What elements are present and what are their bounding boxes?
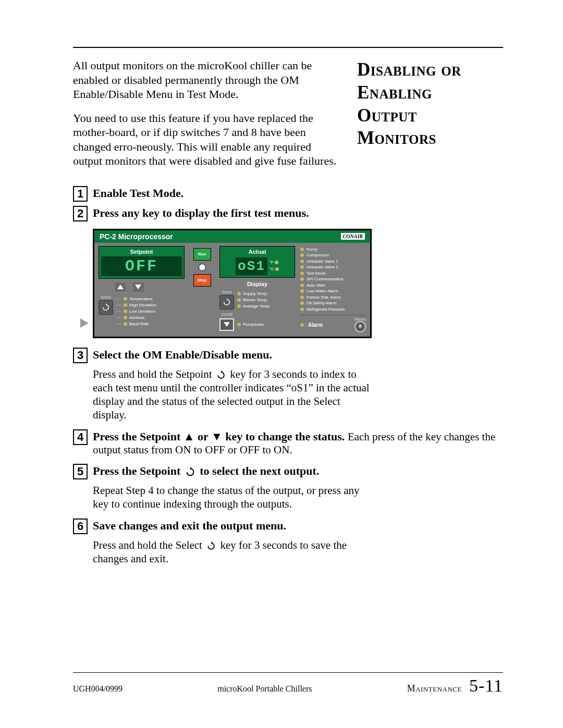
list-item: Oil Safety Alarm — [300, 301, 366, 305]
actual-lcd: oS1 — [236, 257, 267, 275]
step-num-3: 3 — [73, 348, 88, 363]
step-5: 5 Press the Setpoint to select the next … — [73, 464, 503, 479]
triangle-up-icon: ▲ — [183, 430, 195, 443]
list-item: Low Deviation — [116, 309, 156, 314]
display-select-button[interactable] — [219, 295, 234, 310]
step-num-4: 4 — [73, 429, 88, 445]
panel-figure: PC-2 Microprocessor CONAIR Setpoint OFF — [93, 229, 503, 338]
step-3-body: Press and hold the Setpoint key for 3 se… — [93, 367, 374, 422]
title-line-3: Output — [357, 105, 417, 126]
step-5-body: Repeat Step 4 to change the status of th… — [93, 484, 374, 511]
step-num-2: 2 — [73, 206, 88, 221]
setpoint-lcd: OFF — [101, 256, 182, 276]
setpoint-down-button[interactable] — [132, 282, 144, 292]
status-led-list: Pump Compressor Unloader Valve 1 Unloade… — [300, 246, 366, 312]
list-item: SPI Communication — [300, 277, 366, 281]
silence-label: Silence — [354, 317, 366, 321]
step-num-6: 6 — [73, 519, 88, 534]
list-item: Low Water Alarm — [300, 289, 366, 293]
step-num-1: 1 — [73, 186, 88, 202]
step-3-title: Select the OM Enable/Disable menu. — [93, 348, 272, 362]
brand-logo: CONAIR — [341, 233, 365, 240]
display-item-list: Supply Temp. Return Temp. Average Temp. — [237, 291, 271, 310]
display-label: Display — [219, 281, 295, 287]
onoff-button[interactable] — [219, 318, 234, 331]
intro-para-2: You need to use this feature if you have… — [73, 111, 341, 168]
step-4: 4 Press the Setpoint ▲ or ▼ key to chang… — [73, 429, 503, 457]
list-item: Address — [116, 315, 156, 320]
panel-title: PC-2 Microprocessor — [100, 232, 173, 241]
title-line-2: Enabling — [357, 82, 432, 103]
footer-left: UGH004/0999 — [73, 684, 123, 694]
step-5-title: Press the Setpoint to select the next ou… — [93, 464, 319, 478]
list-item: Average Temp. — [237, 304, 271, 309]
list-item: Temperature — [116, 297, 156, 301]
setpoint-label: Setpoint — [101, 249, 182, 255]
setpoint-select-section: Select Temperature High Deviation Low De… — [99, 295, 185, 326]
step-6-title: Save changes and exit the output menu. — [93, 519, 286, 533]
status-section: Pump Compressor Unloader Valve 1 Unloade… — [298, 246, 366, 332]
list-item: Compressor — [300, 253, 366, 257]
setpoint-section: Setpoint OFF Select — [99, 246, 185, 332]
alarm-row: Alarm Silence — [300, 315, 366, 332]
setpoint-select-button[interactable] — [99, 300, 113, 315]
setpoint-item-list: Temperature High Deviation Low Deviation… — [116, 297, 156, 326]
step-3: 3 Select the OM Enable/Disable menu. — [73, 348, 503, 363]
section-title: Disabling or Enabling Output Monitors — [357, 58, 503, 150]
triangle-down-icon — [135, 285, 141, 289]
list-item: Refrigerant Pressure — [300, 307, 366, 312]
cycle-icon — [206, 541, 216, 551]
list-item: Freeze Stat. Alarm — [300, 295, 366, 300]
step-1-title: Enable Test Mode. — [93, 186, 183, 201]
title-line-4: Monitors — [357, 128, 436, 148]
list-item: Pump — [300, 247, 366, 252]
run-stop-section: Run Stop — [188, 246, 216, 332]
bell-slash-icon — [357, 324, 363, 330]
list-item: Test Mode — [300, 271, 366, 276]
step-2-title: Press any key to display the first test … — [93, 206, 309, 220]
temp-unit-leds: °F °C — [270, 260, 279, 272]
step-2: 2 Press any key to display the first tes… — [73, 206, 503, 221]
steps-list: 1 Enable Test Mode. 2 Press any key to d… — [73, 186, 503, 566]
pumpdown-label: Pumpdown — [243, 322, 264, 327]
page-footer: UGH004/0999 microKool Portable Chillers … — [73, 672, 503, 696]
setpoint-display: Setpoint OFF — [99, 246, 185, 279]
step-6-body: Press and hold the Select key for 3 seco… — [93, 538, 374, 566]
list-item: Return Temp. — [237, 298, 271, 302]
list-item: Supply Temp. — [237, 291, 271, 296]
actual-section: Actual oS1 °F °C Display — [219, 246, 295, 332]
top-rule — [73, 47, 503, 48]
left-column: All output monitors on the microKool chi… — [73, 58, 341, 178]
stop-button[interactable]: Stop — [193, 274, 211, 287]
list-item: Auto Start — [300, 283, 366, 288]
list-item: High Deviation — [116, 303, 156, 307]
display-select-label: Select — [222, 290, 231, 294]
panel-header: PC-2 Microprocessor CONAIR — [94, 230, 370, 243]
controller-panel: PC-2 Microprocessor CONAIR Setpoint OFF — [93, 229, 372, 338]
step-4-title: Press the Setpoint ▲ or ▼ key to change … — [93, 430, 348, 443]
footer-right: Maintenance 5-11 — [407, 676, 503, 696]
cycle-icon — [222, 298, 231, 307]
footer-section: Maintenance — [407, 683, 462, 694]
step-num-5: 5 — [73, 464, 88, 479]
step-6: 6 Save changes and exit the output menu. — [73, 519, 503, 534]
title-line-1: Disabling or — [357, 59, 461, 80]
pointer-arrow-icon — [80, 318, 89, 328]
setpoint-select-label: Select — [101, 295, 111, 299]
panel-body: Setpoint OFF Select — [94, 243, 370, 337]
indicator-button[interactable] — [199, 264, 206, 271]
step-1: 1 Enable Test Mode. — [73, 186, 503, 202]
setpoint-arrow-buttons — [99, 282, 185, 292]
cycle-icon — [185, 466, 196, 478]
onoff-label: On/Off — [222, 313, 232, 316]
setpoint-up-button[interactable] — [114, 282, 127, 292]
list-item: Baud Rate — [116, 322, 156, 326]
actual-label: Actual — [222, 249, 292, 255]
list-item: Unloader Valve 2 — [300, 265, 366, 269]
run-button[interactable]: Run — [193, 248, 211, 261]
silence-button[interactable] — [354, 321, 366, 332]
footer-page: 5-11 — [469, 676, 503, 695]
intro-para-1: All output monitors on the microKool chi… — [73, 58, 341, 102]
right-column: Disabling or Enabling Output Monitors — [357, 58, 503, 178]
triangle-down-icon: ▼ — [211, 430, 223, 443]
